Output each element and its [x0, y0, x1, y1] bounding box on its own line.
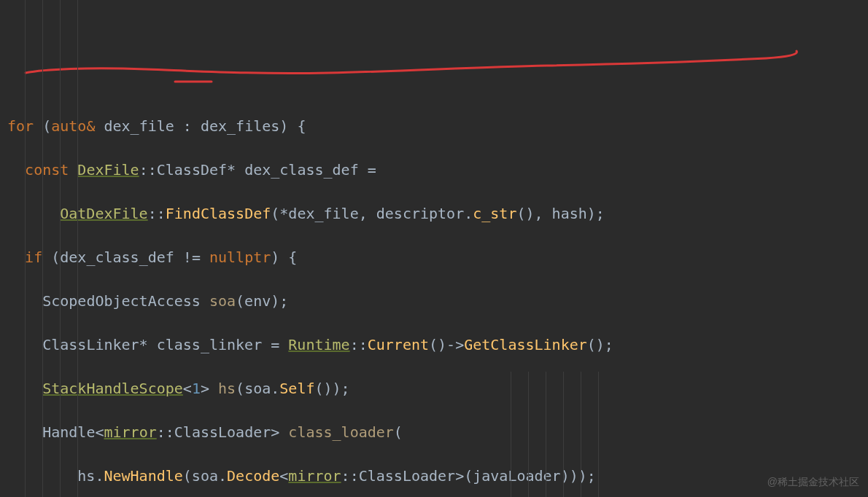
code-line: for (auto& dex_file : dex_files) {	[0, 115, 868, 137]
keyword-auto: auto	[51, 117, 86, 135]
code-line: if (dex_class_def != nullptr) {	[0, 246, 868, 268]
code-line: StackHandleScope<1> hs(soa.Self());	[0, 377, 868, 399]
code-line: ClassLinker* class_linker = Runtime::Cur…	[0, 334, 868, 356]
code-line: ScopedObjectAccess soa(env);	[0, 290, 868, 312]
code-line: hs.NewHandle(soa.Decode<mirror::ClassLoa…	[0, 465, 868, 487]
type-dexfile: DexFile	[77, 161, 139, 179]
type-oatdexfile: OatDexFile	[60, 205, 147, 222]
code-line: OatDexFile::FindClassDef(*dex_file, desc…	[0, 203, 868, 224]
method-findclassdef: FindClassDef	[166, 205, 271, 222]
code-editor[interactable]: for (auto& dex_file : dex_files) { const…	[0, 87, 868, 497]
code-line: Handle<mirror::ClassLoader> class_loader…	[0, 421, 868, 443]
type-runtime: Runtime	[288, 336, 349, 353]
keyword-for: for	[7, 117, 34, 135]
type-stackhandlescope: StackHandleScope	[42, 380, 183, 397]
code-line: const DexFile::ClassDef* dex_class_def =	[0, 159, 868, 181]
ns-mirror: mirror	[104, 423, 156, 441]
